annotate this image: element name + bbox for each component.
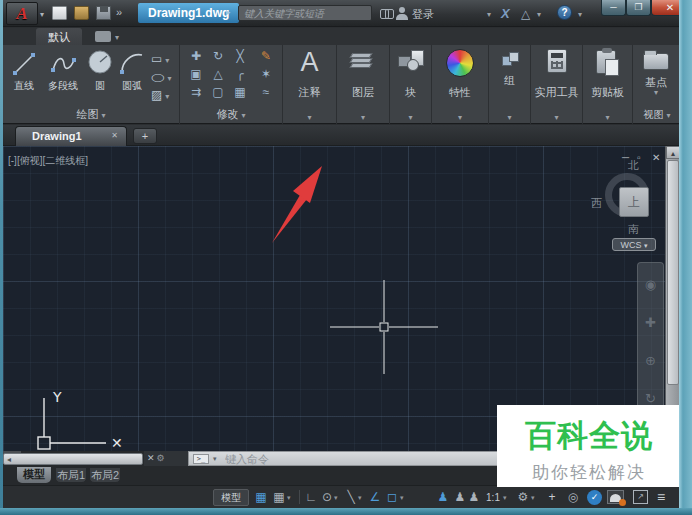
panel-annotate-caret-icon[interactable]: ▾ (283, 113, 336, 122)
command-caret-icon[interactable]: ▾ (213, 455, 217, 463)
new-file-button[interactable] (52, 6, 67, 20)
login-button[interactable]: 登录 (412, 7, 434, 22)
explode-tool-icon[interactable]: ✶ (256, 67, 276, 81)
qat-expand-button[interactable]: » (116, 6, 122, 18)
panel-group-caret-icon[interactable]: ▾ (489, 113, 530, 122)
panel-group[interactable]: 组 ▾ (489, 45, 531, 124)
dock-wrench-icon[interactable]: ⚙ (157, 453, 167, 463)
grid-display-icon[interactable]: ▦ (253, 489, 269, 506)
scale-tool-icon[interactable]: ▢ (208, 85, 228, 99)
panel-utilities[interactable]: 实用工具 ▾ (531, 45, 583, 124)
panel-base[interactable]: 基点 ▾ 视图 ▾ (633, 45, 679, 124)
application-menu-caret-icon[interactable]: ▾ (40, 10, 44, 19)
hardware-acceleration-icon[interactable]: ✓ (587, 490, 602, 505)
view-caret-icon: ▾ (666, 111, 670, 120)
erase-tool-icon[interactable]: ✎ (256, 49, 276, 63)
array-tool-icon[interactable]: ▦ (230, 85, 250, 99)
help-button[interactable]: ? (557, 5, 572, 20)
horizontal-scrollbar[interactable]: ◂ (3, 453, 143, 465)
annotation-visibility-icon[interactable]: ♟ (435, 489, 451, 506)
scale-caret-icon[interactable]: ▾ (503, 489, 507, 506)
snap-caret-icon[interactable]: ▾ (287, 489, 291, 506)
ribbon-display-caret-icon[interactable]: ▾ (115, 33, 119, 42)
login-caret-icon[interactable]: ▾ (487, 10, 491, 19)
trim-tool-icon[interactable]: ╳ (230, 49, 250, 63)
polyline-tool-button[interactable]: 多段线 (43, 48, 83, 93)
annotation-scale-value[interactable]: 1:1 (482, 489, 504, 506)
graphics-performance-icon[interactable] (607, 490, 624, 504)
ribbon-display-toggle-icon[interactable] (95, 31, 111, 42)
model-space-button[interactable]: 模型 (213, 489, 249, 506)
command-dock[interactable]: ✕⚙ (144, 451, 188, 466)
layout-tab-1[interactable]: 布局1 (55, 467, 87, 483)
offset-tool-icon[interactable]: ≈ (256, 85, 276, 99)
workspace-caret-icon[interactable]: ▾ (531, 489, 535, 506)
move-tool-icon[interactable]: ✚ (186, 49, 206, 63)
panel-properties[interactable]: 特性 ▾ (432, 45, 489, 124)
customization-menu-icon[interactable]: ≡ (653, 489, 669, 506)
autodesk360-caret-icon[interactable]: ▾ (537, 10, 541, 19)
panel-utilities-caret-icon[interactable]: ▾ (531, 113, 582, 122)
polar-tracking-icon[interactable]: ⊙ (319, 489, 335, 506)
panel-annotate[interactable]: A 注释 ▾ (283, 45, 337, 124)
application-menu-button[interactable]: A (6, 2, 38, 25)
rotate-tool-icon[interactable]: ↻ (208, 49, 228, 63)
clean-screen-icon[interactable]: ↗ (633, 490, 648, 504)
search-binoculars-icon[interactable] (380, 9, 394, 17)
polar-caret-icon[interactable]: ▾ (334, 489, 338, 506)
panel-block[interactable]: 块 ▾ (390, 45, 432, 124)
help-caret-icon[interactable]: ▾ (578, 10, 582, 19)
dock-close-icon[interactable]: ✕ (147, 453, 157, 463)
stretch-tool-icon[interactable]: ⇉ (186, 85, 206, 99)
new-drawing-tab-button[interactable]: + (133, 128, 157, 144)
scroll-left-icon[interactable]: ◂ (7, 455, 11, 464)
panel-clipboard[interactable]: 剪贴板 ▾ (583, 45, 633, 124)
autodesk360-icon[interactable]: △ (521, 7, 530, 21)
calculator-icon (547, 49, 567, 73)
ortho-mode-icon[interactable]: ∟ (303, 489, 319, 506)
object-snap-tracking-icon[interactable]: ∠ (367, 489, 383, 506)
line-icon (11, 48, 37, 78)
command-prompt-icon[interactable]: >_ (193, 454, 209, 464)
panel-properties-caret-icon[interactable]: ▾ (432, 113, 488, 122)
tab-default[interactable]: 默认 (36, 28, 82, 45)
object-snap-icon[interactable]: ◻ (384, 489, 400, 506)
arc-tool-button[interactable]: 圆弧 (115, 48, 149, 93)
isometric-drafting-icon[interactable]: ╲ (343, 489, 359, 506)
fillet-tool-icon[interactable]: ╭ (230, 67, 250, 81)
panel-layers[interactable]: 图层 ▾ (337, 45, 390, 124)
file-tab-close-icon[interactable]: ✕ (111, 131, 118, 140)
open-file-button[interactable] (74, 6, 89, 20)
hatch-tool-button[interactable]: ▨▾ (151, 88, 169, 102)
circle-tool-button[interactable]: 圆 (85, 48, 115, 93)
copy-tool-icon[interactable]: ▣ (186, 67, 206, 81)
panel-base-caret-icon[interactable]: ▾ (633, 88, 679, 97)
file-tab-drawing1[interactable]: Drawing1 ✕ (15, 126, 127, 146)
isolate-objects-icon[interactable]: ◎ (565, 489, 581, 506)
exchange-apps-icon[interactable]: X (501, 6, 510, 21)
minimize-button[interactable]: ─ (601, 0, 626, 16)
osnap-caret-icon[interactable]: ▾ (400, 489, 404, 506)
panel-draw-caret-icon: ▾ (102, 111, 106, 120)
panel-clipboard-caret-icon[interactable]: ▾ (583, 113, 632, 122)
line-tool-button[interactable]: 直线 (7, 48, 41, 93)
command-input[interactable] (225, 452, 525, 465)
panel-draw-title[interactable]: 绘图 ▾ (3, 107, 179, 122)
workspace-gear-icon[interactable]: ⚙ (515, 489, 531, 506)
panel-block-caret-icon[interactable]: ▾ (390, 113, 431, 122)
mirror-tool-icon[interactable]: △ (208, 67, 228, 81)
layout-tab-2[interactable]: 布局2 (89, 467, 121, 483)
iso-caret-icon[interactable]: ▾ (358, 489, 362, 506)
ellipse-tool-button[interactable]: ◯▾ (151, 70, 171, 84)
maximize-button[interactable]: ❐ (626, 0, 651, 16)
snap-mode-icon[interactable]: ▦ (271, 489, 287, 506)
save-button[interactable] (96, 6, 111, 20)
annotation-monitor-icon[interactable]: + (544, 489, 560, 506)
panel-modify-title[interactable]: 修改 ▾ (180, 107, 282, 122)
search-input[interactable] (238, 5, 372, 21)
layout-tab-model[interactable]: 模型 (17, 467, 51, 483)
panel-layers-caret-icon[interactable]: ▾ (337, 113, 389, 122)
annotation-scale-icon[interactable]: ♟ (466, 489, 482, 506)
rectangle-tool-button[interactable]: ▭▾ (151, 52, 169, 66)
view-panel-title[interactable]: 视图 ▾ (637, 108, 677, 122)
